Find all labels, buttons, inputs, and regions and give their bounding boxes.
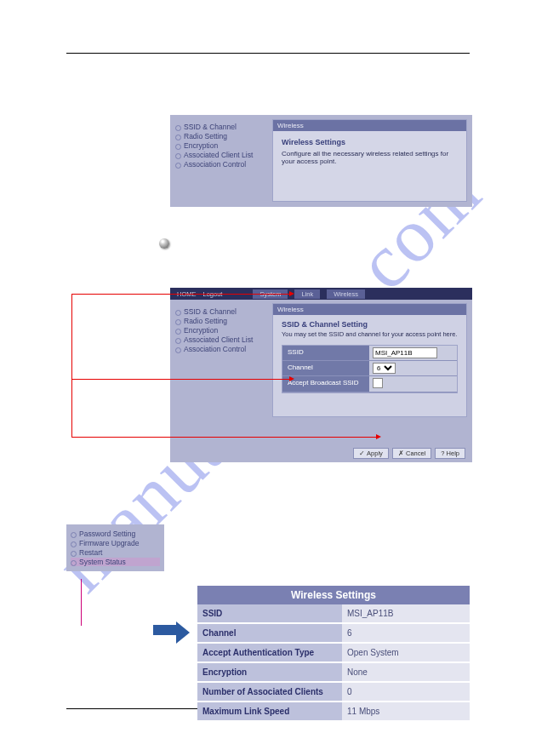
cell-value: MSI_AP11B bbox=[342, 604, 470, 624]
sidebar-item-restart[interactable]: Restart bbox=[71, 548, 160, 557]
cell-value: 6 bbox=[342, 624, 470, 644]
cell-key: Accept Authentication Type bbox=[197, 644, 342, 663]
sidebar-item-label: Associated Client List bbox=[184, 335, 253, 344]
callout-line bbox=[71, 294, 289, 295]
nav-tab-link[interactable]: Link bbox=[294, 289, 320, 299]
ssid-form: SSID Channel 6 Accept Broadcast SSID bbox=[282, 345, 458, 393]
table-row: Channel6 bbox=[197, 624, 470, 644]
select-channel[interactable]: 6 bbox=[373, 363, 396, 374]
sidebar-item-ssid[interactable]: SSID & Channel bbox=[175, 307, 269, 316]
table-row: EncryptionNone bbox=[197, 663, 470, 683]
sidebar-item-radio[interactable]: Radio Setting bbox=[175, 317, 269, 325]
sidebar-item-firmware[interactable]: Firmware Upgrade bbox=[71, 539, 160, 547]
callout-line bbox=[71, 379, 289, 380]
table-row: Accept Authentication TypeOpen System bbox=[197, 644, 470, 663]
sidebar-item-label: Association Control bbox=[184, 160, 246, 169]
arrow-icon bbox=[289, 291, 294, 296]
sidebar-item-label: Password Setting bbox=[79, 530, 135, 538]
content-titlebar: Wireless bbox=[273, 304, 466, 315]
sidebar-item-label: Radio Setting bbox=[184, 132, 227, 140]
apply-button[interactable]: ✓ Apply bbox=[353, 448, 388, 459]
nav-tab-wireless[interactable]: Wireless bbox=[327, 289, 365, 299]
cell-value: Open System bbox=[342, 644, 470, 663]
callout-line bbox=[71, 294, 72, 379]
table-row: SSIDMSI_AP11B bbox=[197, 604, 470, 624]
callout-line bbox=[71, 437, 376, 438]
cell-value: None bbox=[342, 663, 470, 683]
sidebar-item-radio[interactable]: Radio Setting bbox=[175, 132, 269, 140]
sidebar-item-system-status[interactable]: System Status bbox=[71, 558, 160, 566]
sidebar-item-ssid[interactable]: SSID & Channel bbox=[175, 123, 269, 131]
sidebar-item-assoclist[interactable]: Associated Client List bbox=[175, 335, 269, 344]
action-buttons: ✓ Apply ✗ Cancel ? Help bbox=[353, 448, 465, 459]
callout-line bbox=[81, 579, 82, 626]
sidebar-item-label: Restart bbox=[79, 548, 102, 557]
row-ssid: SSID bbox=[282, 346, 457, 361]
cell-value: 11 Mbps bbox=[342, 702, 470, 722]
ssid-content: Wireless SSID & Channel Setting You may … bbox=[272, 303, 467, 417]
panel-wireless-overview: SSID & Channel Radio Setting Encryption … bbox=[170, 115, 472, 207]
table-row: Maximum Link Speed11 Mbps bbox=[197, 702, 470, 722]
label-channel: Channel bbox=[282, 361, 369, 376]
table-row: Number of Associated Clients0 bbox=[197, 683, 470, 702]
label-abssid: Accept Broadcast SSID bbox=[282, 376, 369, 392]
sidebar-item-label: SSID & Channel bbox=[184, 307, 237, 316]
table-header: Wireless Settings bbox=[197, 586, 470, 604]
checkbox-abssid[interactable] bbox=[373, 378, 383, 388]
ssid-heading: SSID & Channel Setting bbox=[273, 315, 466, 330]
big-arrow-icon bbox=[153, 621, 190, 644]
cell-key: Channel bbox=[197, 624, 342, 644]
sidebar-item-label: Encryption bbox=[184, 326, 218, 335]
cell-key: Encryption bbox=[197, 663, 342, 683]
input-ssid[interactable] bbox=[373, 347, 437, 358]
sidebar-item-encryption[interactable]: Encryption bbox=[175, 326, 269, 335]
wireless-infobox: Wireless Wireless Settings Configure all… bbox=[272, 119, 467, 202]
callout-line bbox=[71, 379, 72, 437]
sidebar-item-label: Associated Client List bbox=[184, 151, 253, 159]
sidebar-item-label: Association Control bbox=[184, 345, 246, 353]
bullet-icon bbox=[159, 238, 169, 249]
arrow-icon bbox=[376, 434, 381, 439]
cell-value: 0 bbox=[342, 683, 470, 702]
sidebar-item-assocctrl[interactable]: Association Control bbox=[175, 345, 269, 353]
sidebar-wireless: SSID & Channel Radio Setting Encryption … bbox=[175, 122, 269, 169]
wireless-settings-table: Wireless Settings SSIDMSI_AP11B Channel6… bbox=[197, 586, 470, 722]
label-ssid: SSID bbox=[282, 346, 369, 361]
sidebar-item-encryption[interactable]: Encryption bbox=[175, 141, 269, 150]
sidebar-item-label: SSID & Channel bbox=[184, 123, 237, 131]
sidebar-item-password[interactable]: Password Setting bbox=[71, 530, 160, 538]
sidebar-item-label: Encryption bbox=[184, 141, 218, 150]
sidebar-system: Password Setting Firmware Upgrade Restar… bbox=[66, 524, 164, 571]
wireless-heading: Wireless Settings bbox=[273, 131, 466, 148]
sidebar-item-label: Radio Setting bbox=[184, 317, 227, 325]
sidebar-item-assoclist[interactable]: Associated Client List bbox=[175, 151, 269, 159]
sidebar-item-assocctrl[interactable]: Association Control bbox=[175, 160, 269, 169]
cancel-button[interactable]: ✗ Cancel bbox=[392, 448, 431, 459]
sidebar-item-label: System Status bbox=[79, 558, 126, 566]
help-button[interactable]: ? Help bbox=[435, 448, 465, 459]
sidebar-wireless-2: SSID & Channel Radio Setting Encryption … bbox=[175, 306, 269, 354]
arrow-icon bbox=[289, 376, 294, 381]
page-top-rule bbox=[66, 53, 470, 54]
wireless-titlebar: Wireless bbox=[273, 120, 466, 131]
row-channel: Channel 6 bbox=[282, 361, 457, 376]
sidebar-item-label: Firmware Upgrade bbox=[79, 539, 139, 547]
row-abssid: Accept Broadcast SSID bbox=[282, 376, 457, 392]
ssid-description: You may set the SSID and channel for you… bbox=[273, 330, 466, 341]
wireless-description: Configure all the necessary wireless rel… bbox=[273, 148, 466, 167]
cell-key: SSID bbox=[197, 604, 342, 624]
cell-key: Maximum Link Speed bbox=[197, 702, 342, 722]
cell-key: Number of Associated Clients bbox=[197, 683, 342, 702]
